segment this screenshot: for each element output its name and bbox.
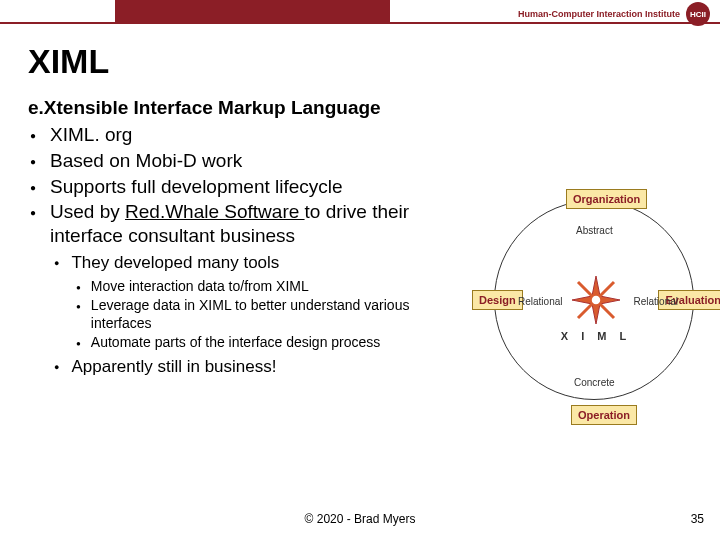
institute-logo: Human-Computer Interaction Institute HCI… [518,2,710,26]
institute-name: Human-Computer Interaction Institute [518,9,680,19]
list-item: Apparently still in business! [52,356,453,378]
slide-footer: © 2020 - Brad Myers [0,512,720,526]
page-number: 35 [691,512,704,526]
list-text: They developed many tools [71,252,279,274]
header-bar: Human-Computer Interaction Institute HCI… [0,0,720,34]
diagram-label-concrete: Concrete [574,377,615,388]
list-item: Automate parts of the interface design p… [74,334,453,352]
list-text: Supports full development lifecycle [50,175,343,199]
list-item: They developed many tools [52,252,453,274]
diagram-box-operation: Operation [571,405,637,425]
list-text: XIML. org [50,123,132,147]
diagram-center-label: X I M L [546,330,646,342]
list-text: Used by Red.Whale Software to drive thei… [50,200,453,248]
diagram-box-organization: Organization [566,189,647,209]
list-item: Used by Red.Whale Software to drive thei… [28,200,453,248]
list-text: Based on Mobi-D work [50,149,242,173]
list-text: Move interaction data to/from XIML [91,278,309,296]
institute-mark: HCII [686,2,710,26]
ximl-star-icon [568,272,624,328]
svg-point-0 [591,295,601,305]
redwhale-link[interactable]: Red.Whale Software [125,201,305,222]
diagram-box-design: Design [472,290,523,310]
list-text: Leverage data in XIML to better understa… [91,297,453,332]
header-accent [115,0,390,22]
list-text: Automate parts of the interface design p… [91,334,381,352]
list-item: Supports full development lifecycle [28,175,453,199]
bullet-list-level3: Move interaction data to/from XIML Lever… [28,278,453,352]
slide-subtitle: e.Xtensible Interface Markup Language [28,97,692,119]
text-prefix: Used by [50,201,125,222]
list-text: Apparently still in business! [71,356,276,378]
list-item: Leverage data in XIML to better understa… [74,297,453,332]
slide-title: XIML [28,42,692,81]
diagram-label-abstract: Abstract [576,225,613,236]
list-item: Move interaction data to/from XIML [74,278,453,296]
bullet-list-level2: They developed many tools [28,252,453,274]
ximl-lifecycle-diagram: Organization Design Evaluation Operation… [474,190,714,420]
list-item: XIML. org [28,123,453,147]
bullet-list-level2-b: Apparently still in business! [28,356,453,378]
list-item: Based on Mobi-D work [28,149,453,173]
diagram-center: X I M L [546,272,646,342]
bullet-list-level1: XIML. org Based on Mobi-D work Supports … [28,123,453,248]
